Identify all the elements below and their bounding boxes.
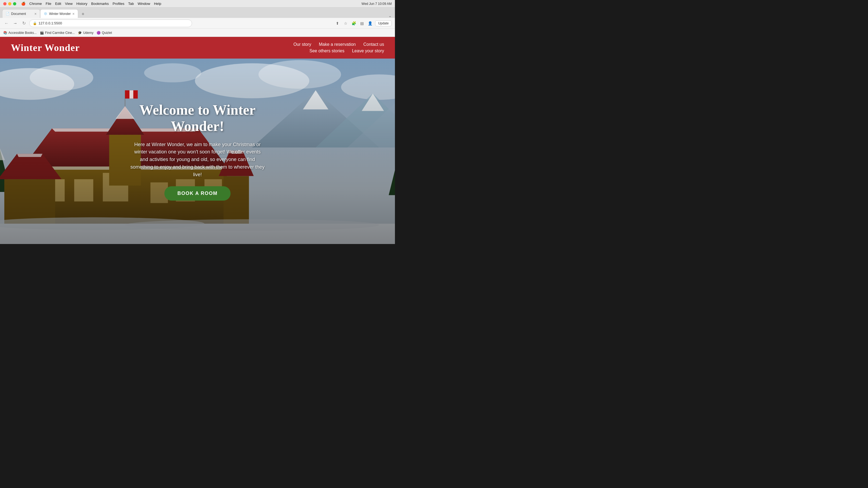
udemy-icon: 🎓 xyxy=(78,31,82,35)
help-menu[interactable]: Help xyxy=(154,2,161,6)
os-menu-items: 🍎 Chrome File Edit View History Bookmark… xyxy=(21,2,161,6)
nav-row-1: Our story Make a reservation Contact us xyxy=(293,42,384,47)
hero-section: Welcome to Winter Wonder! Here at Winter… xyxy=(0,59,395,244)
url-text[interactable]: 127.0.0.1:5500 xyxy=(38,21,62,25)
bookmark-label: Find Carmike Cine... xyxy=(45,31,74,35)
bookmark-quizlet[interactable]: 🟣 Quizlet xyxy=(97,31,112,35)
tab-close-winter[interactable]: × xyxy=(72,12,74,16)
tab-icon-winter: ❄️ xyxy=(44,12,48,15)
extensions-icon[interactable]: 🧩 xyxy=(351,20,357,26)
minimize-button[interactable] xyxy=(8,2,11,5)
address-bar: ← → ↻ 🔒 127.0.0.1:5500 ⬆ ☆ 🧩 ▤ 👤 Update xyxy=(0,18,395,29)
tab-close-document[interactable]: × xyxy=(34,12,37,16)
reload-button[interactable]: ↻ xyxy=(21,20,27,27)
tab-label-winter: Winter Wonder xyxy=(49,12,71,16)
bookmark-label: Udemy xyxy=(83,31,93,35)
site-nav: Our story Make a reservation Contact us … xyxy=(293,42,384,54)
bookmark-udemy[interactable]: 🎓 Udemy xyxy=(78,31,93,35)
profile-icon[interactable]: 👤 xyxy=(367,20,373,26)
bookmark-accessible-books[interactable]: 📚 Accessible Books... xyxy=(3,31,37,35)
browser-action-icons: ⬆ ☆ 🧩 ▤ 👤 Update xyxy=(335,20,392,26)
bookmark-star-icon[interactable]: ☆ xyxy=(343,20,348,26)
apple-menu[interactable]: 🍎 xyxy=(21,2,26,6)
close-button[interactable] xyxy=(3,2,6,5)
tab-winter-wonder[interactable]: ❄️ Winter Wonder × xyxy=(40,9,78,18)
new-tab-button[interactable]: + xyxy=(79,10,87,18)
bookmark-label: Accessible Books... xyxy=(8,31,37,35)
chrome-menu[interactable]: Chrome xyxy=(29,2,42,6)
bookmarks-bar: 📚 Accessible Books... 🎬 Find Carmike Cin… xyxy=(0,29,395,37)
lock-icon: 🔒 xyxy=(33,22,37,25)
tab-icon-document: 📄 xyxy=(6,12,9,15)
file-menu[interactable]: File xyxy=(45,2,51,6)
nav-see-stories[interactable]: See others stories xyxy=(310,48,344,54)
site-header: Winter Wonder Our story Make a reservati… xyxy=(0,37,395,59)
history-menu[interactable]: History xyxy=(76,2,87,6)
tab-label-document: Document xyxy=(11,12,26,16)
accessible-books-icon: 📚 xyxy=(3,31,7,35)
share-icon[interactable]: ⬆ xyxy=(335,20,340,26)
hero-title: Welcome to Winter Wonder! xyxy=(130,102,265,134)
os-status-icons: Wed Jun 7 10:09 AM xyxy=(362,2,392,6)
sidebar-toggle-icon[interactable]: ▤ xyxy=(359,20,365,26)
url-bar[interactable]: 🔒 127.0.0.1:5500 xyxy=(29,20,192,27)
tab-document[interactable]: 📄 Document × xyxy=(2,9,40,18)
nav-contact-us[interactable]: Contact us xyxy=(364,42,384,47)
nav-our-story[interactable]: Our story xyxy=(293,42,311,47)
back-button[interactable]: ← xyxy=(3,20,10,27)
tab-list-button[interactable]: ⌄ xyxy=(389,13,392,18)
forward-button[interactable]: → xyxy=(12,20,19,27)
nav-leave-story[interactable]: Leave your story xyxy=(352,48,384,54)
carmike-icon: 🎬 xyxy=(40,31,44,35)
hero-content: Welcome to Winter Wonder! Here at Winter… xyxy=(130,102,265,201)
view-menu[interactable]: View xyxy=(65,2,73,6)
traffic-lights[interactable] xyxy=(3,2,16,5)
bookmark-label: Quizlet xyxy=(102,31,112,35)
book-room-button[interactable]: BOOK A ROOM xyxy=(164,186,230,201)
os-menu-bar: 🍎 Chrome File Edit View History Bookmark… xyxy=(0,0,395,8)
edit-menu[interactable]: Edit xyxy=(55,2,61,6)
datetime-display: Wed Jun 7 10:09 AM xyxy=(362,2,392,6)
nav-row-2: See others stories Leave your story xyxy=(310,48,384,54)
quizlet-icon: 🟣 xyxy=(97,31,101,35)
tab-menu[interactable]: Tab xyxy=(128,2,134,6)
site-logo[interactable]: Winter Wonder xyxy=(11,42,80,54)
nav-make-reservation[interactable]: Make a reservation xyxy=(319,42,355,47)
hero-description: Here at Winter Wonder, we aim to make yo… xyxy=(130,141,265,178)
bookmark-carmike[interactable]: 🎬 Find Carmike Cine... xyxy=(40,31,74,35)
profiles-menu[interactable]: Profiles xyxy=(113,2,124,6)
bookmarks-menu[interactable]: Bookmarks xyxy=(91,2,109,6)
window-menu[interactable]: Window xyxy=(137,2,150,6)
update-button[interactable]: Update xyxy=(375,20,392,26)
tab-bar: 📄 Document × ❄️ Winter Wonder × + ⌄ xyxy=(0,8,395,18)
maximize-button[interactable] xyxy=(13,2,16,5)
